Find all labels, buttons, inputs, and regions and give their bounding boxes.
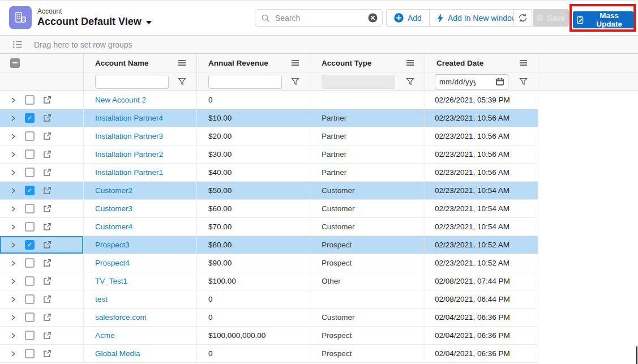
account-name-link[interactable]: Installation Partner4 [95,114,163,122]
account-name-link[interactable]: Global Media [95,349,140,358]
open-record-external-link-icon[interactable] [43,96,52,104]
row-checkbox[interactable] [25,95,35,105]
row-checkbox[interactable] [25,349,35,358]
row-controls-cell [0,309,84,326]
row-checkbox[interactable] [25,312,35,322]
account-name-link[interactable]: Prospect3 [95,241,130,249]
view-selector[interactable]: Account Default View [37,16,152,28]
account-type-cell: Partner [310,127,425,145]
account-name-link[interactable]: Customer2 [95,186,132,195]
row-group-drop-zone[interactable]: Drag here to set row groups [0,35,638,54]
account-name-link[interactable]: Installation Partner2 [95,150,163,159]
table-row: Installation Partner2 $30.00 Partner 02/… [0,145,538,164]
column-header-annual-revenue[interactable]: Annual Revenue [197,54,310,72]
refresh-button[interactable] [513,9,532,27]
row-expand-chevron-icon[interactable] [10,169,16,176]
account-name-cell: Installation Partner4 [84,109,197,127]
row-expand-chevron-icon[interactable] [10,187,16,194]
filter-funnel-icon[interactable] [406,78,414,85]
column-header-account-type[interactable]: Account Type [310,54,425,72]
open-record-external-link-icon[interactable] [43,222,52,231]
created-date-filter-input[interactable]: mm/dd/yyyy [435,74,508,89]
annual-revenue-filter-input[interactable] [208,75,282,89]
scrollbar-fragment [636,346,637,364]
open-record-external-link-icon[interactable] [43,114,52,122]
row-expand-chevron-icon[interactable] [10,115,16,122]
open-record-external-link-icon[interactable] [43,259,52,267]
annual-revenue-cell: $10.00 [197,109,310,127]
row-expand-chevron-icon[interactable] [10,151,16,158]
row-expand-chevron-icon[interactable] [10,242,16,249]
row-checkbox[interactable] [25,240,35,250]
row-checkbox[interactable] [25,186,35,195]
created-date-cell: 02/23/2021, 10:56 AM [425,164,538,181]
row-checkbox[interactable] [25,258,35,268]
row-checkbox[interactable] [25,331,35,340]
open-record-external-link-icon[interactable] [43,168,52,177]
account-name-filter-input[interactable] [95,75,169,89]
column-menu-icon[interactable] [178,59,186,66]
row-checkbox[interactable] [25,113,35,123]
column-menu-icon[interactable] [406,59,414,66]
account-name-link[interactable]: New Account 2 [95,96,146,104]
row-expand-chevron-icon[interactable] [10,224,16,230]
row-expand-chevron-icon[interactable] [10,332,16,339]
open-record-external-link-icon[interactable] [43,186,52,195]
mass-update-button[interactable]: Mass Update [573,11,633,28]
open-record-external-link-icon[interactable] [43,204,52,213]
account-name-cell: test [84,290,197,308]
row-expand-chevron-icon[interactable] [10,260,16,267]
account-name-link[interactable]: Installation Partner3 [95,132,163,140]
table-row: test 0 02/08/2021, 06:44 PM [0,290,538,309]
row-checkbox[interactable] [25,294,35,304]
row-expand-chevron-icon[interactable] [10,205,16,212]
calendar-icon[interactable] [496,78,504,85]
row-checkbox[interactable] [25,204,35,213]
row-checkbox[interactable] [25,222,35,232]
filter-funnel-icon[interactable] [178,78,186,85]
select-all-checkbox[interactable] [10,58,20,68]
open-record-external-link-icon[interactable] [43,313,52,322]
row-expand-chevron-icon[interactable] [10,350,16,357]
open-record-external-link-icon[interactable] [43,349,52,358]
annual-revenue-cell: 0 [197,345,310,362]
open-record-external-link-icon[interactable] [43,277,52,285]
account-name-link[interactable]: Customer3 [95,204,132,213]
account-name-link[interactable]: TV_Test1 [95,277,127,285]
created-date-cell: 02/23/2021, 10:56 AM [425,145,538,163]
account-name-link[interactable]: Customer4 [95,222,132,231]
column-menu-icon[interactable] [291,59,299,66]
column-header-account-name[interactable]: Account Name [84,54,197,72]
column-menu-icon[interactable] [519,59,528,66]
account-name-link[interactable]: Acme [95,331,115,340]
account-name-link[interactable]: Installation Partner1 [95,168,163,177]
clear-search-icon[interactable] [368,13,378,23]
row-expand-chevron-icon[interactable] [10,296,16,303]
account-name-link[interactable]: salesforce.com [95,313,147,322]
search-input[interactable] [274,13,368,23]
account-name-link[interactable]: Prospect4 [95,259,130,267]
open-record-external-link-icon[interactable] [43,295,52,303]
row-checkbox[interactable] [25,276,35,286]
add-button[interactable]: Add [387,10,429,26]
open-record-external-link-icon[interactable] [43,150,52,159]
row-expand-chevron-icon[interactable] [10,97,16,104]
row-checkbox[interactable] [25,131,35,141]
filter-funnel-icon[interactable] [519,78,528,85]
row-expand-chevron-icon[interactable] [10,314,16,321]
filter-funnel-icon[interactable] [291,78,299,85]
column-header-created-date[interactable]: Created Date [425,54,538,72]
account-type-filter-input[interactable] [322,75,395,89]
row-expand-chevron-icon[interactable] [10,278,16,285]
open-record-external-link-icon[interactable] [43,132,52,140]
row-expand-chevron-icon[interactable] [10,133,16,140]
row-checkbox[interactable] [25,149,35,159]
account-name-link[interactable]: test [95,295,108,303]
add-in-new-window-button[interactable]: Add In New window [430,10,525,26]
row-checkbox[interactable] [25,168,35,177]
open-record-external-link-icon[interactable] [43,241,52,249]
column-label: Account Type [322,59,406,67]
save-button[interactable]: Save [533,9,569,27]
open-record-external-link-icon[interactable] [43,331,52,340]
add-button-group: Add Add In New window [386,9,525,27]
